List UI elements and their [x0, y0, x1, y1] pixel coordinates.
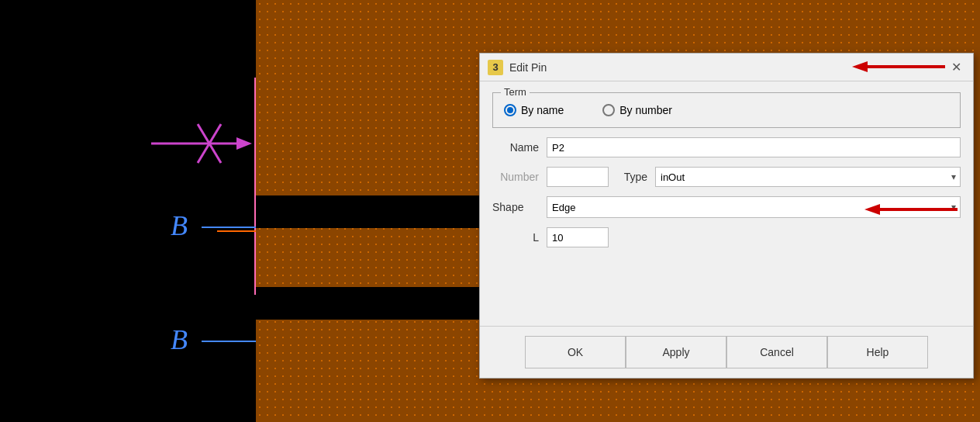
close-button[interactable]: ✕	[947, 58, 965, 77]
l-row: L	[492, 227, 961, 247]
dialog-title-left: 3 Edit Pin	[488, 60, 547, 75]
svg-marker-9	[864, 204, 880, 215]
number-input[interactable]	[547, 167, 609, 187]
apply-button[interactable]: Apply	[626, 336, 726, 368]
shape-label: Shape	[492, 201, 539, 213]
cancel-button[interactable]: Cancel	[726, 336, 827, 368]
l-input[interactable]	[547, 227, 609, 247]
shape-row: Shape Edge None Line Inverted Clock	[492, 196, 961, 218]
circuit-canvas: B B	[0, 0, 256, 422]
orange-horizontal-line	[217, 230, 256, 232]
button-row: OK Apply Cancel Help	[480, 326, 973, 378]
by-number-radio-circle[interactable]	[602, 104, 615, 116]
type-select[interactable]: inOut input output tristate passive	[655, 167, 961, 187]
by-name-radio-circle[interactable]	[504, 104, 516, 116]
name-input[interactable]	[547, 137, 961, 157]
l-label: L	[492, 231, 539, 244]
name-label: Name	[492, 141, 539, 154]
black-band-1	[256, 195, 485, 228]
svg-marker-1	[236, 137, 252, 150]
by-name-radio-option[interactable]: By name	[504, 104, 564, 116]
number-label: Number	[492, 171, 539, 183]
name-row: Name	[492, 137, 961, 157]
by-number-label: By number	[619, 104, 672, 116]
black-band-2	[256, 287, 485, 320]
pink-vertical-line	[254, 78, 256, 295]
dialog-titlebar: 3 Edit Pin ✕	[480, 54, 973, 81]
svg-text:B: B	[171, 324, 188, 355]
by-name-label: By name	[521, 104, 564, 116]
term-group-box: Term By name By number	[492, 92, 961, 128]
ok-button[interactable]: OK	[525, 336, 626, 368]
edit-pin-dialog: 3 Edit Pin ✕ Term By name By number Name	[479, 53, 974, 379]
dialog-body: Term By name By number Name Number Type	[480, 81, 973, 326]
type-label: Type	[616, 171, 647, 183]
help-button[interactable]: Help	[827, 336, 928, 368]
red-arrow-shape	[864, 198, 958, 221]
dialog-icon: 3	[488, 60, 503, 75]
radio-row: By name By number	[504, 104, 949, 116]
circuit-b-symbol-2: B	[171, 322, 256, 361]
svg-text:B: B	[171, 210, 188, 241]
term-group-legend: Term	[501, 86, 530, 98]
circuit-arrow-symbol	[151, 120, 256, 167]
circuit-b-symbol-1: B	[171, 208, 256, 247]
number-type-row: Number Type inOut input output tristate …	[492, 167, 961, 187]
dialog-title-text: Edit Pin	[509, 61, 547, 74]
type-select-wrapper: inOut input output tristate passive	[655, 167, 961, 187]
by-number-radio-option[interactable]: By number	[602, 104, 672, 116]
